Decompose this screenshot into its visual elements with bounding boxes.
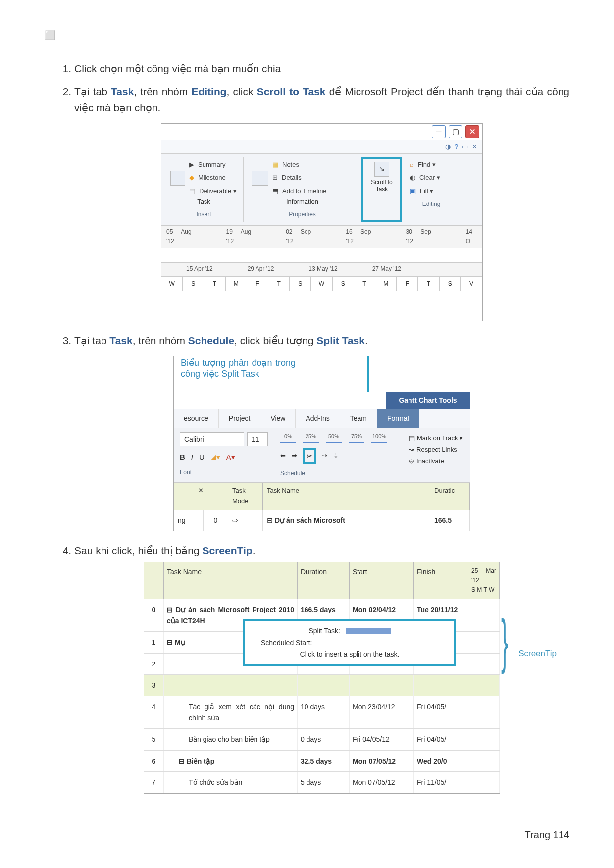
find-btn[interactable]: ⌕Find ▾	[410, 160, 436, 170]
tab-addins[interactable]: Add-Ins	[296, 409, 340, 428]
step-2-text2: , trên nhóm	[134, 86, 191, 97]
font-group: Font	[180, 468, 268, 477]
tab-resource[interactable]: esource	[174, 409, 219, 428]
figure-1-ribbon: ─ ▢ ✕ ◑ ? ▭ ✕ ▶Summary ◆Milestone	[161, 123, 483, 321]
timeline-dates-top: 05 Aug '1219 Aug '1202 Sep '1216 Sep '12…	[161, 226, 482, 248]
placeholder-symbol: ⬜	[45, 30, 569, 41]
figure-2-caption: Biểu tượng phân đoạn trong công việc Spl…	[174, 356, 303, 392]
help-row: ◑ ? ▭ ✕	[161, 140, 482, 154]
restore-icon[interactable]: ▭	[462, 142, 468, 152]
grid-header: ✕ Task Mode Task Name Duratic	[174, 483, 470, 510]
fill-btn[interactable]: ▣Fill ▾	[410, 186, 433, 197]
question-icon[interactable]: ?	[455, 142, 458, 152]
kw-split: Split Task	[316, 335, 365, 346]
table-header: Task Name Duration Start Finish 25 Mar '…	[144, 562, 500, 600]
tab-row: esource Project View Add-Ins Team Format	[174, 409, 470, 428]
figure-2-ribbon: Biểu tượng phân đoạn trong công việc Spl…	[173, 356, 470, 531]
summary-btn[interactable]: ▶Summary	[189, 160, 226, 170]
scroll-to-task-highlight: ↘ Scroll to Task	[361, 157, 402, 222]
kw-task2: Task	[109, 335, 132, 346]
table-row-5[interactable]: 5Bàn giao cho ban biên tập0 daysFri 04/0…	[144, 729, 500, 750]
editing-group: Editing	[410, 200, 453, 209]
notes-btn[interactable]: ▦Notes	[272, 160, 299, 170]
step-4-end: .	[253, 545, 256, 556]
insert-group: Insert	[170, 210, 237, 219]
help-icon[interactable]: ◑	[445, 142, 451, 152]
step-3-text3: , click biểu tượng	[234, 335, 316, 346]
mark-on-track-btn[interactable]: ▤ Mark on Track ▾	[409, 432, 463, 444]
font-name-input[interactable]: Calibri	[180, 432, 244, 446]
step-2: Tại tab Task, trên nhóm Editing, click S…	[74, 83, 569, 321]
inactivate-btn[interactable]: ⊝ Inactivate	[409, 456, 463, 467]
kw-task: Task	[111, 86, 134, 97]
font-size-input[interactable]: 11	[247, 432, 268, 446]
kw-screentip: ScreenTip	[202, 545, 252, 556]
scroll-to-task-btn[interactable]: Scroll to Task	[369, 179, 394, 193]
task-dropdown[interactable]: Task	[170, 197, 237, 207]
tip-bar-icon	[346, 628, 391, 634]
step-3-text2: , trên nhóm	[133, 335, 188, 346]
screentip-popup: Split Task: Scheduled Start: Click to in…	[243, 619, 456, 666]
scroll-icon[interactable]: ↘	[374, 162, 389, 177]
day-header: WSTMFTSWSTMFTSV	[161, 276, 482, 291]
tab-view[interactable]: View	[260, 409, 296, 428]
window-controls: ─ ▢ ✕	[161, 124, 482, 140]
milestone-btn[interactable]: ◆Milestone	[189, 173, 226, 183]
split-task-button[interactable]: ✂	[303, 448, 316, 464]
link-icon[interactable]: ⇢	[322, 451, 327, 461]
information-icon[interactable]	[252, 171, 268, 186]
table-row-6[interactable]: 6⊟ Biên tập32.5 daysMon 07/05/12Wed 20/0	[144, 751, 500, 772]
properties-group: Properties	[252, 210, 353, 219]
kw-schedule: Schedule	[188, 335, 234, 346]
tab-team[interactable]: Team	[340, 409, 377, 428]
timeline-btn[interactable]: ⬒Add to Timeline	[272, 186, 327, 197]
details-btn[interactable]: ⊞Details	[272, 173, 302, 183]
respect-links-btn[interactable]: ↝ Respect Links	[409, 444, 463, 455]
grid-row[interactable]: ng 0 ⇨ ⊟ Dự án sách Microsoft 166.5	[174, 510, 470, 531]
step-3: Tại tab Task, trên nhóm Schedule, click …	[74, 332, 569, 532]
unlink-icon[interactable]: ⇣	[333, 451, 339, 461]
minimize-button[interactable]: ─	[432, 125, 446, 138]
font-style-buttons[interactable]: BIU ◢▾A▾	[180, 451, 268, 463]
figure-3-table: Task Name Duration Start Finish 25 Mar '…	[144, 562, 500, 794]
information-label: Information	[252, 197, 353, 207]
step-3-text: Tại tab	[74, 335, 109, 346]
percent-buttons[interactable]: 0%25%50%75%100%	[280, 432, 396, 443]
table-row-3[interactable]: 3	[144, 675, 500, 696]
tip-title: Split Task:	[308, 627, 340, 635]
x-icon[interactable]: ✕	[472, 142, 477, 152]
kw-scrolltask: Scroll to Task	[257, 86, 326, 97]
schedule-group: Schedule	[280, 469, 396, 478]
screentip-label: ScreenTip	[518, 647, 557, 660]
gantt-tools-tab[interactable]: Gantt Chart Tools	[386, 392, 470, 408]
clear-btn[interactable]: ◐Clear ▾	[410, 173, 440, 183]
outdent-icon[interactable]: ⬅	[280, 451, 286, 461]
tab-project[interactable]: Project	[219, 409, 261, 428]
step-1: Click chọn một công việc mà bạn muốn chi…	[74, 60, 569, 77]
tip-sched: Scheduled Start:	[251, 637, 448, 649]
page-footer: Trang 114	[525, 829, 569, 841]
step-2-text3: , click	[227, 86, 257, 97]
close-button[interactable]: ✕	[465, 125, 479, 138]
callout-line	[367, 356, 369, 392]
kw-editing: Editing	[191, 86, 226, 97]
step-4-text: Sau khi click, hiểu thị bảng	[74, 545, 202, 556]
table-row-7[interactable]: 7Tổ chức sửa bản5 daysMon 07/05/12Fri 11…	[144, 772, 500, 793]
steps-list: Click chọn một công việc mà bạn muốn chi…	[45, 60, 569, 794]
tab-format[interactable]: Format	[377, 409, 419, 428]
step-3-end: .	[365, 335, 368, 346]
deliverable-btn[interactable]: ▤Deliverable ▾	[189, 186, 237, 197]
indent-icon[interactable]: ➡	[292, 451, 297, 461]
brace-icon: }	[501, 611, 508, 670]
maximize-button[interactable]: ▢	[449, 125, 462, 138]
step-2-text: Tại tab	[74, 86, 111, 97]
table-row-4[interactable]: 4Tác giả xem xét các nội dung chỉnh sửa1…	[144, 696, 500, 729]
timeline-dates-bottom: 15 Apr '1229 Apr '1213 May '1227 May '12	[161, 263, 482, 276]
step-4: Sau khi click, hiểu thị bảng ScreenTip. …	[74, 542, 569, 794]
tip-hint: Click to insert a split on the task.	[251, 649, 448, 661]
